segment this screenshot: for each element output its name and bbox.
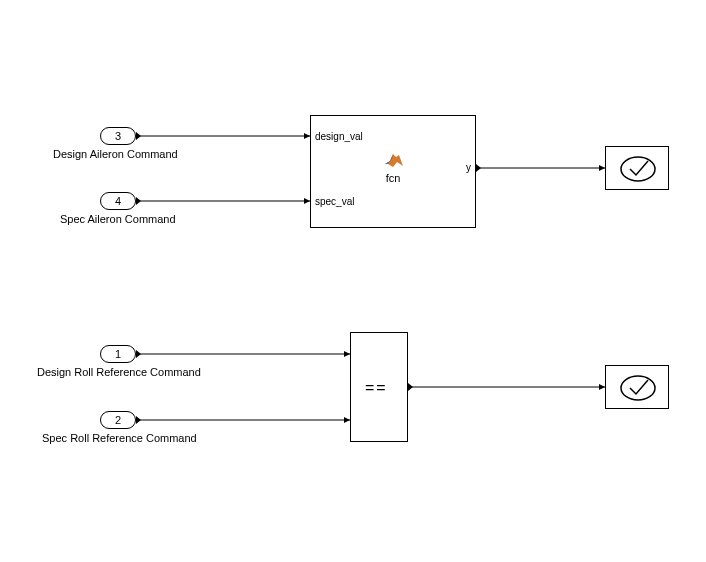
fcn-in2-label: spec_val — [315, 196, 354, 207]
assertion-block-2[interactable] — [605, 365, 669, 409]
check-icon — [606, 147, 670, 191]
inport-1-label: Design Roll Reference Command — [37, 366, 201, 378]
matlab-function-block[interactable]: design_val spec_val y fcn — [310, 115, 476, 228]
fcn-in1-label: design_val — [315, 131, 363, 142]
inport-3[interactable]: 3 — [100, 127, 136, 145]
operator-label: == — [365, 379, 388, 397]
check-icon — [606, 366, 670, 410]
port-out-triangle — [136, 350, 141, 358]
inport-2[interactable]: 2 — [100, 411, 136, 429]
inport-1[interactable]: 1 — [100, 345, 136, 363]
inport-3-number: 3 — [115, 130, 121, 142]
port-out-triangle — [136, 416, 141, 424]
assertion-block-1[interactable] — [605, 146, 669, 190]
inport-1-number: 1 — [115, 348, 121, 360]
inport-4-number: 4 — [115, 195, 121, 207]
matlab-logo-icon — [385, 152, 403, 168]
relational-operator-block[interactable]: == — [350, 332, 408, 442]
inport-2-number: 2 — [115, 414, 121, 426]
fcn-name-label: fcn — [311, 172, 475, 184]
signal-lines — [0, 0, 706, 562]
inport-2-label: Spec Roll Reference Command — [42, 432, 197, 444]
inport-3-label: Design Aileron Command — [53, 148, 178, 160]
inport-4-label: Spec Aileron Command — [60, 213, 176, 225]
svg-point-15 — [621, 376, 655, 400]
diagram-canvas: 3 Design Aileron Command 4 Spec Aileron … — [0, 0, 706, 562]
svg-marker-12 — [385, 154, 403, 167]
inport-4[interactable]: 4 — [100, 192, 136, 210]
block-out-triangle — [408, 383, 413, 391]
port-out-triangle — [136, 132, 141, 140]
port-out-triangle — [136, 197, 141, 205]
svg-point-14 — [621, 157, 655, 181]
block-out-triangle — [476, 164, 481, 172]
